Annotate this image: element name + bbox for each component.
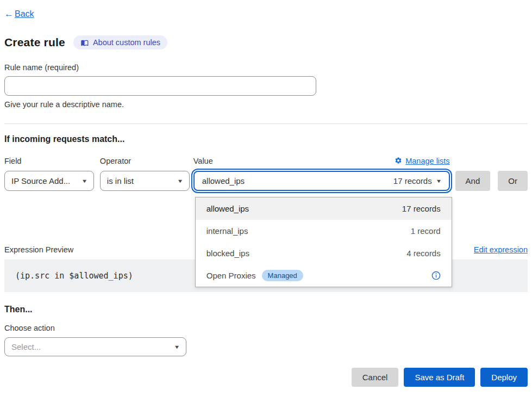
expression-code: (ip.src in $allowed_ips)	[15, 271, 133, 281]
action-select[interactable]: Select... ▼	[4, 337, 186, 356]
managed-badge: Managed	[262, 270, 303, 281]
back-link-label: Back	[15, 9, 34, 19]
book-icon	[80, 39, 89, 47]
list-item-name: internal_ips	[206, 226, 248, 236]
field-label: Field	[4, 156, 94, 166]
rule-name-label: Rule name (required)	[4, 63, 528, 72]
arrow-left-icon: ←	[4, 9, 14, 20]
rule-name-helper: Give your rule a descriptive name.	[4, 100, 528, 109]
list-item-name: allowed_ips	[206, 204, 249, 213]
value-select-count: 17 records	[393, 176, 432, 185]
or-button[interactable]: Or	[498, 171, 528, 191]
operator-label: Operator	[100, 156, 190, 166]
create-rule-page: ←Back Create rule About custom rules Rul…	[0, 9, 532, 387]
value-select-name: allowed_ips	[202, 176, 245, 185]
operator-select[interactable]: is in list ▼	[100, 171, 190, 191]
expression-preview-label: Expression Preview	[4, 245, 73, 254]
rule-name-input[interactable]	[4, 76, 316, 96]
list-item-count: 4 records	[406, 249, 441, 258]
then-heading: Then...	[4, 305, 528, 314]
back-link[interactable]: ←Back	[4, 9, 34, 20]
field-select-value: IP Source Add...	[11, 176, 70, 185]
list-item-name: Open Proxies	[206, 271, 256, 280]
manage-lists-link[interactable]: Manage lists	[395, 157, 449, 166]
gear-icon	[395, 157, 402, 166]
section-divider	[4, 123, 528, 124]
chevron-down-icon: ▼	[82, 178, 88, 184]
about-custom-rules-label: About custom rules	[93, 38, 160, 47]
operator-select-value: is in list	[107, 176, 134, 185]
condition-row: Field IP Source Add... ▼ Operator is in …	[4, 156, 528, 191]
page-title: Create rule	[4, 36, 65, 49]
footer-actions: Cancel Save as Draft Deploy	[4, 368, 528, 387]
chevron-down-icon: ▼	[174, 344, 180, 350]
list-item-count: 1 record	[411, 226, 441, 236]
list-item-open-proxies[interactable]: Open Proxies Managed	[196, 264, 452, 287]
list-item-internal-ips[interactable]: internal_ips 1 record	[196, 220, 452, 242]
deploy-button[interactable]: Deploy	[480, 368, 528, 387]
value-select[interactable]: allowed_ips 17 records ▼	[193, 171, 450, 191]
list-item-blocked-ips[interactable]: blocked_ips 4 records	[196, 242, 452, 264]
action-select-placeholder: Select...	[11, 342, 41, 351]
about-custom-rules-link[interactable]: About custom rules	[73, 35, 167, 50]
save-as-draft-button[interactable]: Save as Draft	[404, 368, 475, 387]
list-dropdown: allowed_ips 17 records internal_ips 1 re…	[195, 197, 452, 287]
cancel-button[interactable]: Cancel	[352, 368, 399, 387]
value-label: Value	[193, 157, 213, 165]
choose-action-label: Choose action	[4, 324, 528, 332]
chevron-down-icon: ▼	[435, 178, 442, 184]
match-heading: If incoming requests match...	[4, 134, 528, 144]
and-button[interactable]: And	[455, 171, 491, 191]
list-item-allowed-ips[interactable]: allowed_ips 17 records	[196, 197, 452, 220]
chevron-down-icon: ▼	[177, 178, 183, 184]
field-select[interactable]: IP Source Add... ▼	[4, 171, 94, 191]
list-item-name: blocked_ips	[206, 249, 249, 258]
edit-expression-link[interactable]: Edit expression	[474, 245, 528, 254]
info-icon[interactable]	[431, 271, 441, 280]
list-item-count: 17 records	[402, 204, 441, 213]
manage-lists-label: Manage lists	[405, 157, 449, 165]
